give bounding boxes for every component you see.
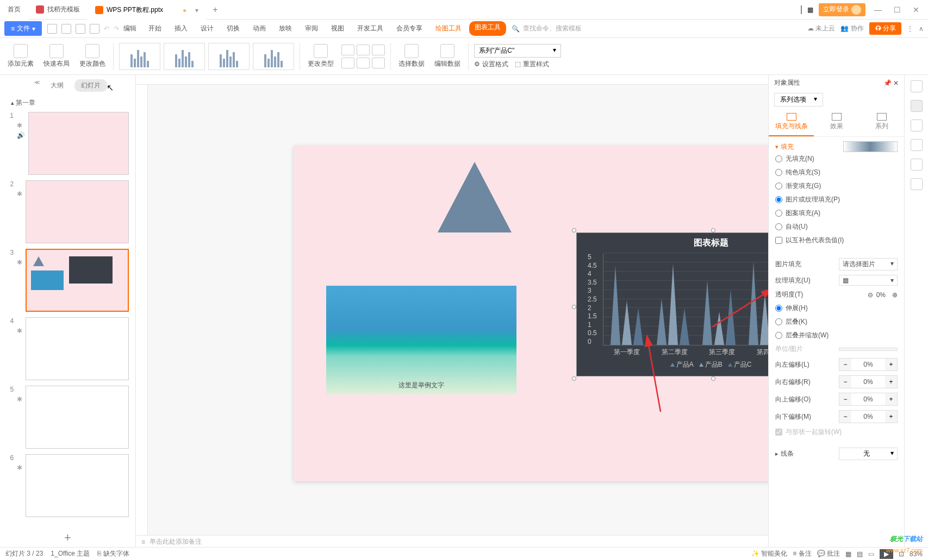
tab-dropdown-icon[interactable]: ▾ [195,7,198,14]
chart-style-2[interactable] [164,43,205,70]
notes-toggle[interactable]: ≡ 备注 [793,549,811,558]
radio-pattern-fill[interactable]: 图案填充(A) [775,206,898,220]
maximize-button[interactable]: ☐ [890,5,904,14]
plus-icon[interactable]: ⊕ [892,291,898,299]
subtype-2[interactable] [357,45,370,55]
comments-toggle[interactable]: 💬 批注 [817,549,840,558]
coop-button[interactable]: 👥 协作 [840,24,863,33]
offset-l-spinner[interactable]: −0%+ [839,358,898,371]
qat-undo-icon[interactable]: ↶ [104,25,109,33]
tab-series[interactable]: 系列 [859,109,904,136]
offset-r-spinner[interactable]: −0%+ [839,375,898,388]
menu-review[interactable]: 审阅 [300,21,323,36]
close-button[interactable]: ✕ [910,5,923,14]
ribbon-change-type[interactable]: 更改类型 [306,44,336,68]
apps-icon[interactable]: ▦ [807,6,813,14]
rail-icon-4[interactable] [911,139,923,151]
slide[interactable]: 这里是举例文字 图表标题 54.543.532.521.510.50 第一季度第… [294,146,768,481]
slide-thumbnail-6[interactable] [26,454,129,517]
tab-document[interactable]: WPS PPT教程.pptx●▾ [88,0,206,20]
subtype-6[interactable] [372,58,385,68]
qat-preview-icon[interactable] [90,24,99,34]
minus-button[interactable]: − [839,411,851,423]
plus-button[interactable]: + [885,376,897,388]
offset-b-spinner[interactable]: −0%+ [839,410,898,423]
qat-saveas-icon[interactable] [61,24,71,34]
handle-w[interactable] [572,305,576,309]
subtype-1[interactable] [341,45,354,55]
minimize-button[interactable]: — [871,5,885,14]
qat-print-icon[interactable] [76,24,85,34]
radio-stack[interactable]: 层叠(K) [775,315,898,329]
example-image[interactable]: 这里是举例文字 [326,286,516,394]
triangle-shape[interactable] [438,162,512,232]
ribbon-edit-data[interactable]: 编辑数据 [432,44,463,68]
fill-preview[interactable] [843,141,898,152]
handle-sw[interactable] [572,376,576,381]
handle-s[interactable] [711,376,715,381]
rail-icon-3[interactable] [911,119,923,131]
slide-thumbnail-2[interactable] [26,180,129,243]
qat-save-icon[interactable] [47,24,57,34]
menu-more-icon[interactable]: ⋮ [907,25,913,33]
ribbon-select-data[interactable]: 选择数据 [396,44,427,68]
section-label[interactable]: ▴ 第一章 [0,96,135,110]
series-combo[interactable]: 系列"产品C"▾ [474,44,561,58]
subtype-5[interactable] [357,58,370,68]
offset-t-spinner[interactable]: −0%+ [839,393,898,406]
radio-picture-fill[interactable]: 图片或纹理填充(P) [775,193,898,206]
tab-effects[interactable]: 效果 [814,109,859,136]
plus-button[interactable]: + [885,358,897,370]
series-options-combo[interactable]: 系列选项▾ [774,93,823,106]
slide-thumbnail-5[interactable] [26,386,129,449]
radio-auto-fill[interactable]: 自动(U) [775,220,898,234]
minus-button[interactable]: − [839,358,851,370]
line-section-title[interactable]: ▸ 线条 [775,449,794,458]
tab-templates[interactable]: 找稻壳模板 [28,0,88,20]
handle-nw[interactable] [572,228,576,232]
menu-insert[interactable]: 插入 [169,21,193,36]
fill-section-title[interactable]: ▾ 填充 [775,142,794,152]
view-normal-icon[interactable]: ▦ [845,550,851,558]
texture-chooser[interactable]: ▦▾ [839,275,898,286]
cloud-status[interactable]: ☁ 未上云 [807,24,835,33]
subtype-3[interactable] [372,45,385,55]
chart-style-1[interactable] [119,43,160,70]
rail-icon-2[interactable] [911,100,923,112]
chart-style-4[interactable] [253,43,294,70]
menu-chart-tools[interactable]: 图表工具 [469,21,506,36]
collapse-panel-icon[interactable]: ≪ [29,79,40,92]
plus-button[interactable]: + [885,411,897,423]
view-sorter-icon[interactable]: ▤ [857,550,863,558]
menu-member[interactable]: 会员专享 [391,21,428,36]
menu-transition[interactable]: 切换 [221,21,245,36]
picture-chooser[interactable]: 请选择图片▾ [839,258,898,270]
file-menu-button[interactable]: ≡ 文件 ▾ [4,21,42,36]
minus-button[interactable]: − [839,393,851,405]
chart-style-3[interactable] [208,43,250,70]
menu-design[interactable]: 设计 [195,21,219,36]
menu-expand-icon[interactable]: ∧ [919,25,924,33]
slide-thumbnail-4[interactable] [26,317,129,380]
ribbon-change-color[interactable]: 更改颜色 [77,44,108,68]
minus-button[interactable]: − [839,376,851,388]
radio-stretch[interactable]: 伸展(H) [775,301,898,315]
chart-object[interactable]: 图表标题 54.543.532.521.510.50 第一季度第二季度第三季度第… [576,232,768,376]
missing-fonts[interactable]: ⎘ 缺失字体 [97,549,129,558]
login-button[interactable]: 立即登录 [819,3,865,16]
qat-redo-icon[interactable]: ↷ [114,25,119,33]
rail-icon-5[interactable] [911,159,923,171]
pin-icon[interactable]: 📌 [883,79,892,87]
view-reading-icon[interactable]: ▭ [868,550,874,558]
minus-icon[interactable]: ⊖ [868,291,873,299]
reset-style-button[interactable]: ⬚ 重置样式 [515,60,549,69]
ribbon-add-element[interactable]: 添加元素 [5,44,36,68]
tab-fill-line[interactable]: 填充与线条 [769,109,814,136]
slide-thumbnail-3[interactable] [26,249,129,312]
rail-icon-6[interactable] [911,178,923,190]
beautify-button[interactable]: ✨ 智能美化 [751,549,787,558]
handle-n[interactable] [711,228,715,232]
notes-bar[interactable]: ≡ 单击此处添加备注 [136,535,768,548]
set-format-button[interactable]: ⚙ 设置格式 [474,60,508,69]
close-panel-icon[interactable]: ✕ [893,79,899,87]
